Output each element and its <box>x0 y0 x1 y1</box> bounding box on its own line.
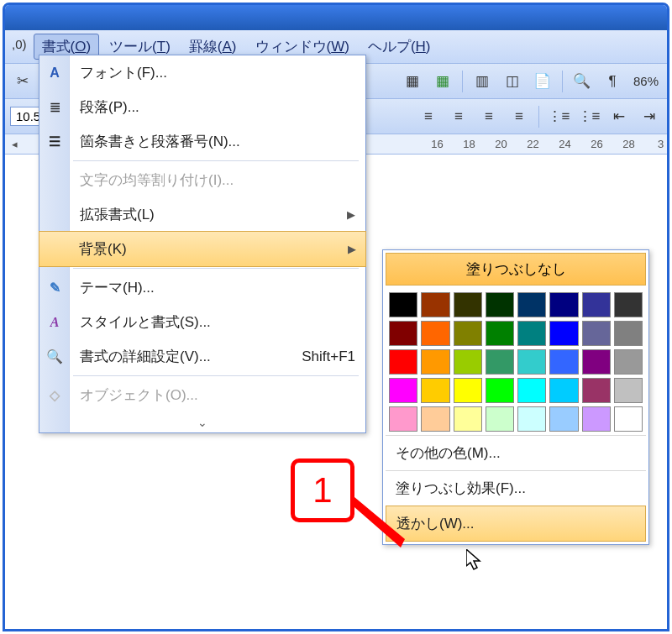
menu-item-label: 背景(K) <box>79 239 127 259</box>
menu-item-background[interactable]: 背景(K) ▶ <box>39 231 366 267</box>
color-swatch[interactable] <box>486 292 514 317</box>
fill-effects-item[interactable]: 塗りつぶし効果(F)... <box>386 470 646 506</box>
indent-icon[interactable]: ⇥ <box>637 104 662 129</box>
color-swatch[interactable] <box>454 321 482 346</box>
cursor-icon <box>466 549 485 573</box>
outdent-icon[interactable]: ⇤ <box>606 104 632 129</box>
menu-item-theme[interactable]: ✎ テーマ(H)... <box>39 270 365 305</box>
menu-item-format-detail[interactable]: 🔍 書式の詳細設定(V)... Shift+F1 <box>39 339 365 374</box>
color-swatch[interactable] <box>582 349 611 375</box>
menu-item-label: スタイルと書式(S)... <box>80 312 211 332</box>
color-swatch[interactable] <box>454 349 482 375</box>
align-center-icon[interactable]: ≡ <box>476 104 501 129</box>
color-swatch[interactable] <box>582 321 611 346</box>
align-right-icon[interactable]: ≡ <box>507 104 532 129</box>
color-swatch[interactable] <box>582 406 611 432</box>
annotation-callout: 1 <box>291 458 354 522</box>
ruler-tick: 22 <box>527 138 539 150</box>
color-swatch[interactable] <box>549 349 578 375</box>
color-swatch[interactable] <box>614 378 643 403</box>
color-swatch[interactable] <box>454 292 482 317</box>
magnifier-icon: 🔍 <box>45 347 65 367</box>
format-dropdown: A フォント(F)... ≣ 段落(P)... ☰ 箇条書きと段落番号(N)..… <box>39 55 366 433</box>
color-swatch[interactable] <box>421 406 449 432</box>
color-swatch[interactable] <box>454 406 482 432</box>
ruler-tick: 24 <box>559 138 571 150</box>
menu-item-distribute-chars: 文字の均等割り付け(I)... <box>39 163 365 197</box>
color-swatch[interactable] <box>389 378 417 403</box>
bullet-list-icon[interactable]: ⋮≡ <box>576 104 601 129</box>
menu-separator <box>73 160 359 161</box>
styles-icon: A <box>45 312 65 333</box>
color-swatch[interactable] <box>517 321 546 346</box>
color-swatch[interactable] <box>582 378 611 403</box>
menu-separator <box>73 375 359 376</box>
expand-menu-chevron-icon[interactable]: ⌄ <box>39 412 365 432</box>
font-icon: A <box>45 63 65 83</box>
paragraph-mark-icon[interactable]: ¶ <box>600 69 625 94</box>
columns-icon[interactable]: ▥ <box>470 69 495 94</box>
color-swatch[interactable] <box>389 321 417 346</box>
no-fill-button[interactable]: 塗りつぶしなし <box>386 253 646 286</box>
ruler-marker[interactable]: ◂ <box>12 138 18 150</box>
menu-item-extended-format[interactable]: 拡張書式(L) ▶ <box>39 197 365 232</box>
color-swatch[interactable] <box>549 406 578 432</box>
ruler-tick: 16 <box>431 138 444 150</box>
color-swatch[interactable] <box>614 321 643 346</box>
color-swatch[interactable] <box>486 321 514 346</box>
annotation-number: 1 <box>312 470 332 511</box>
table-icon[interactable]: ▦ <box>400 69 425 94</box>
menu-item-bullets[interactable]: ☰ 箇条書きと段落番号(N)... <box>39 124 365 159</box>
color-swatch[interactable] <box>517 378 546 403</box>
distribute-icon <box>45 170 65 191</box>
excel-icon[interactable]: ▦ <box>430 69 455 94</box>
menu-item-paragraph[interactable]: ≣ 段落(P)... <box>39 90 365 124</box>
menu-help[interactable]: ヘルプ(H) <box>360 34 439 60</box>
color-swatch[interactable] <box>486 378 514 403</box>
color-swatch[interactable] <box>549 321 578 346</box>
toolbar-separator <box>562 71 563 92</box>
color-swatch[interactable] <box>549 378 578 403</box>
align-distribute-icon[interactable]: ≡ <box>416 104 441 129</box>
color-swatch[interactable] <box>486 349 514 375</box>
bullets-icon: ☰ <box>45 132 65 152</box>
menu-item-font[interactable]: A フォント(F)... <box>39 55 365 90</box>
ruler-tick: 3 <box>654 138 667 150</box>
cut-icon[interactable]: ✂ <box>10 69 35 94</box>
submenu-arrow-icon: ▶ <box>348 243 356 255</box>
color-swatch[interactable] <box>517 349 546 375</box>
color-swatch[interactable] <box>421 292 449 317</box>
search-icon[interactable]: 🔍 <box>570 69 595 94</box>
color-swatch[interactable] <box>454 378 482 403</box>
chart-icon[interactable]: ◫ <box>500 69 525 94</box>
color-swatch[interactable] <box>421 321 449 346</box>
align-left-icon[interactable]: ≡ <box>446 104 471 129</box>
submenu-arrow-icon: ▶ <box>347 208 355 221</box>
color-grid <box>386 289 646 435</box>
color-swatch[interactable] <box>614 292 643 317</box>
menu-item-label: 拡張書式(L) <box>80 205 155 224</box>
color-swatch[interactable] <box>421 349 449 375</box>
zoom-value[interactable]: 86% <box>630 72 662 90</box>
menu-item-label: 文字の均等割り付け(I)... <box>80 170 234 190</box>
more-colors-item[interactable]: その他の色(M)... <box>386 435 646 470</box>
menu-item-label: 箇条書きと段落番号(N)... <box>80 132 240 151</box>
color-swatch[interactable] <box>389 292 417 317</box>
color-swatch[interactable] <box>517 406 546 432</box>
color-swatch[interactable] <box>517 292 546 317</box>
color-swatch[interactable] <box>582 292 611 317</box>
color-swatch[interactable] <box>614 349 643 375</box>
numbered-list-icon[interactable]: ⋮≡ <box>546 104 571 129</box>
color-swatch[interactable] <box>549 292 578 317</box>
menu-item-label: 書式の詳細設定(V)... <box>80 347 211 366</box>
color-swatch[interactable] <box>421 378 449 403</box>
menu-item-object: ◇ オブジェクト(O)... <box>39 378 365 412</box>
color-swatch[interactable] <box>389 349 417 375</box>
document-icon[interactable]: 📄 <box>530 69 555 94</box>
watermark-item[interactable]: 透かし(W)... <box>386 506 646 542</box>
menu-item-styles[interactable]: A スタイルと書式(S)... <box>39 305 365 339</box>
color-swatch[interactable] <box>389 406 417 432</box>
color-swatch[interactable] <box>486 406 514 432</box>
paragraph-icon: ≣ <box>45 97 65 118</box>
color-swatch[interactable] <box>614 406 643 432</box>
